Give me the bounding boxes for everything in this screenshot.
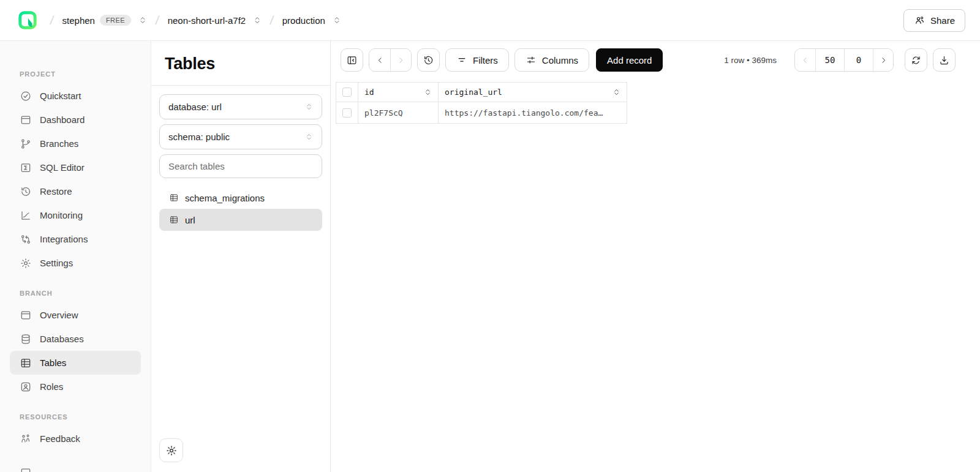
query-history-button[interactable] <box>417 48 440 72</box>
table-item-label: schema_migrations <box>185 193 265 203</box>
column-header-label: original_url <box>445 88 502 97</box>
neon-console: / stephen FREE / neon-short-url-a7f2 / p… <box>0 0 980 472</box>
schema-select-value: schema: public <box>168 132 230 142</box>
filters-label: Filters <box>473 55 498 66</box>
filters-button[interactable]: Filters <box>445 48 509 72</box>
table-item-url[interactable]: url <box>159 209 322 231</box>
sliders-icon <box>526 54 537 66</box>
gear-icon <box>165 444 178 457</box>
collapse-panel-button[interactable] <box>341 48 363 72</box>
git-compare-icon <box>20 233 32 245</box>
pagination-group: 50 0 <box>794 48 894 72</box>
sidebar-item-restore[interactable]: Restore <box>10 179 141 203</box>
sidebar-item-label: Feedback <box>40 433 80 444</box>
breadcrumb: / stephen FREE / neon-short-url-a7f2 / p… <box>42 13 341 28</box>
table-list: schema_migrations url <box>159 187 322 231</box>
sidebar-item-label: Settings <box>40 258 73 268</box>
row-checkbox[interactable] <box>342 108 352 118</box>
sidebar-item-tables[interactable]: Tables <box>10 351 141 375</box>
download-button[interactable] <box>933 48 956 72</box>
grid-row[interactable]: pl2F7ScQ https://fastapi.tiangolo.com/fe… <box>336 102 627 124</box>
panel-settings-button[interactable] <box>159 438 183 462</box>
tables-panel: Tables database: url schema: public <box>151 41 331 472</box>
sidebar-item-dashboard[interactable]: Dashboard <box>10 108 141 132</box>
cell-original-url[interactable]: https://fastapi.tiangolo.com/fea… <box>439 102 627 124</box>
sidebar-item-label: Monitoring <box>40 210 83 220</box>
sidebar-item-label: SQL Editor <box>40 162 85 173</box>
select-all-checkbox[interactable] <box>342 88 352 97</box>
sidebar-item-settings[interactable]: Settings <box>10 251 141 275</box>
sidebar-item-sql-editor[interactable]: SQL Editor <box>10 155 141 179</box>
sidebar-item-label: Branches <box>40 138 78 149</box>
sidebar-item-monitoring[interactable]: Monitoring <box>10 203 141 227</box>
table-icon <box>20 357 32 369</box>
table-item-schema-migrations[interactable]: schema_migrations <box>159 187 322 209</box>
breadcrumb-branch-selector[interactable]: production <box>282 15 341 26</box>
column-header-id[interactable]: id <box>358 83 439 102</box>
org-name: stephen <box>62 15 95 26</box>
sort-updown-icon[interactable] <box>612 88 620 96</box>
sidebar-item-quickstart[interactable]: Quickstart <box>10 84 141 108</box>
cell-id[interactable]: pl2F7ScQ <box>358 102 439 124</box>
table-icon <box>169 215 179 225</box>
sidebar-item-databases[interactable]: Databases <box>10 327 141 351</box>
branch-name: production <box>282 15 325 26</box>
database-select-value: database: url <box>168 102 222 112</box>
clock-rewind-icon <box>20 185 32 198</box>
next-page-button[interactable] <box>873 49 893 71</box>
schema-select[interactable]: schema: public <box>159 124 322 149</box>
columns-button[interactable]: Columns <box>514 48 589 72</box>
breadcrumb-separator: / <box>40 13 63 28</box>
chevron-updown-icon <box>253 16 262 24</box>
sidebar-item-branches[interactable]: Branches <box>10 132 141 155</box>
column-header-original-url[interactable]: original_url <box>439 83 627 102</box>
sort-updown-icon[interactable] <box>424 88 432 96</box>
share-label: Share <box>930 15 955 26</box>
page-offset-field[interactable]: 0 <box>844 49 873 71</box>
sidebar-item-partial[interactable] <box>10 452 141 472</box>
sidebar-item-label: Restore <box>40 186 72 197</box>
filter-icon <box>456 54 467 66</box>
layout-icon <box>20 309 32 321</box>
database-select[interactable]: database: url <box>159 94 322 119</box>
row-count-stats: 1 row • 369ms <box>724 56 789 65</box>
top-bar: / stephen FREE / neon-short-url-a7f2 / p… <box>0 0 980 41</box>
content: PROJECT Quickstart Dashboard Branches SQ… <box>0 41 980 472</box>
chevron-updown-icon <box>305 103 313 111</box>
search-tables-input[interactable] <box>159 154 322 178</box>
breadcrumb-separator: / <box>146 13 168 28</box>
neon-logo-icon[interactable] <box>18 11 37 29</box>
column-header-label: id <box>364 88 374 97</box>
select-all-cell <box>336 83 358 102</box>
sidebar-item-label: Integrations <box>40 234 88 244</box>
grid-header-row: id original_url <box>336 83 627 102</box>
forward-button[interactable] <box>390 49 411 71</box>
sidebar-item-overview[interactable]: Overview <box>10 303 141 327</box>
chart-line-icon <box>20 209 32 222</box>
grid-toolbar: Filters Columns Add record 1 row • 369ms… <box>331 41 980 79</box>
database-icon <box>20 333 32 345</box>
git-branch-icon <box>20 138 32 150</box>
users-icon <box>20 433 32 445</box>
table-icon <box>169 193 179 203</box>
document-icon <box>20 466 32 472</box>
sidebar-item-integrations[interactable]: Integrations <box>10 227 141 251</box>
sidebar-item-roles[interactable]: Roles <box>10 375 141 399</box>
breadcrumb-project-selector[interactable]: neon-short-url-a7f2 <box>168 15 262 26</box>
sidebar-item-label: Overview <box>40 310 78 320</box>
download-icon <box>938 54 950 66</box>
sidebar-section-project: PROJECT <box>20 70 141 78</box>
refresh-button[interactable] <box>905 48 927 72</box>
columns-label: Columns <box>542 55 578 66</box>
table-item-label: url <box>185 215 195 225</box>
sidebar-item-feedback[interactable]: Feedback <box>10 427 141 451</box>
prev-page-button[interactable] <box>795 49 815 71</box>
main-area: Filters Columns Add record 1 row • 369ms… <box>331 41 980 472</box>
breadcrumb-org-selector[interactable]: stephen FREE <box>62 15 148 26</box>
layout-icon <box>20 114 32 126</box>
breadcrumb-separator: / <box>261 13 284 28</box>
add-record-button[interactable]: Add record <box>596 48 663 72</box>
back-button[interactable] <box>369 49 390 71</box>
page-size-field[interactable]: 50 <box>815 49 844 71</box>
share-button[interactable]: Share <box>903 9 965 32</box>
